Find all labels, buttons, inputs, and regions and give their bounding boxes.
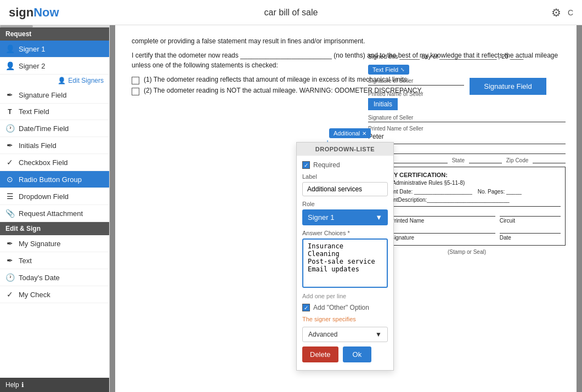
checkbox-icon: ✓ xyxy=(5,158,14,167)
no-pages-label: No. Pages: _____ xyxy=(478,189,522,195)
printed-name-value: Peter xyxy=(368,133,566,140)
content-area: complete or providing a false statement … xyxy=(110,25,582,392)
add-one-per-line-label: Add one per line xyxy=(302,293,388,299)
help-button[interactable]: Help ℹ xyxy=(0,378,109,392)
initials-field-label: Initials Field xyxy=(19,141,56,150)
zip-line xyxy=(533,163,566,163)
sidebar-item-initials-field[interactable]: ✒ Initials Field xyxy=(0,137,109,154)
signature-field-bubble[interactable]: Signature Field xyxy=(470,78,546,95)
required-checkbox[interactable]: ✓ xyxy=(302,161,310,169)
notary-date-line xyxy=(500,226,561,234)
notary-doc-row: Document Date: ___________________ No. P… xyxy=(373,189,561,195)
address-label: Address xyxy=(368,146,566,152)
address-line xyxy=(368,154,566,154)
notary-date-label: Date xyxy=(500,235,561,241)
signature-icon: ✒ xyxy=(5,90,14,99)
app-header: signNow car bill of sale ⚙ C xyxy=(0,0,582,25)
sidebar-item-signature-field[interactable]: ✒ Signature Field xyxy=(0,87,109,104)
edit-sign-section-header: Edit & Sign xyxy=(0,222,109,235)
text-field-resize-icon: ⤡ xyxy=(400,67,405,72)
attachment-icon: 📎 xyxy=(5,209,14,218)
sidebar-item-my-signature[interactable]: ✒ My Signature xyxy=(0,235,109,252)
my-check-label: My Check xyxy=(19,291,50,299)
help-info-icon: ℹ xyxy=(21,381,24,389)
sidebar-item-my-check[interactable]: ✓ My Check xyxy=(0,286,109,303)
dropdown-icon: ☰ xyxy=(5,192,14,201)
doc-desc-label: DocumentDescription:____________________… xyxy=(373,197,561,203)
text-field-label: Text Field xyxy=(372,66,398,73)
date-icon: 🕐 xyxy=(5,273,14,282)
signer-specifies-label: The signer specifies xyxy=(302,316,388,322)
text-field-row: Text Field ⤡ xyxy=(368,65,566,75)
sidebar-item-radio-group[interactable]: ⊙ Radio Button Group xyxy=(0,171,109,188)
sidebar-item-todays-date[interactable]: 🕐 Today's Date xyxy=(0,269,109,286)
sig-line2 xyxy=(368,122,566,122)
sidebar-item-text-field[interactable]: T Text Field xyxy=(0,104,109,120)
check-icon: ✓ xyxy=(5,290,14,299)
notary-subtitle: (Hawaii Administrative Rules §5-11-8) xyxy=(373,180,561,186)
sidebar-item-signer2[interactable]: 👤 Signer 2 xyxy=(0,58,109,75)
right-doc-section: Signed this ______ day of ______________… xyxy=(368,53,566,255)
my-signature-label: My Signature xyxy=(19,240,61,248)
document-page: complete or providing a false statement … xyxy=(115,25,577,392)
state-label: State xyxy=(452,157,465,163)
delete-button[interactable]: Delete xyxy=(302,346,338,362)
settings-icon[interactable]: ⚙ xyxy=(551,6,561,19)
answer-choices-textarea[interactable]: Insurance Cleaning Post-sale service Ema… xyxy=(302,238,388,288)
modal-header: DROPDOWN-LISTE xyxy=(297,143,393,156)
sidebar-item-checkbox-field[interactable]: ✓ Checkbox Field xyxy=(0,154,109,171)
text-field-label: Text Field xyxy=(19,107,49,116)
initials-bubble[interactable]: Initials xyxy=(368,98,398,110)
document-title: car bill of sale xyxy=(264,8,318,18)
notary-sig-row: Notary Signature Date xyxy=(373,224,561,241)
circuit-label: Circuit xyxy=(500,218,561,224)
sidebar-item-text[interactable]: ✒ Text xyxy=(0,252,109,269)
text-label: Text xyxy=(19,257,32,265)
user-icon[interactable]: C xyxy=(568,8,573,17)
sidebar-item-request-attachment[interactable]: 📎 Request Attachment xyxy=(0,205,109,222)
signed-this-text: Signed this ______ day of ______________… xyxy=(368,53,523,60)
checkbox1[interactable] xyxy=(132,77,139,84)
name-underline xyxy=(368,144,566,144)
ok-button[interactable]: Ok xyxy=(343,346,372,362)
logo-accent: Now xyxy=(33,5,59,19)
add-other-label: Add "Other" Option xyxy=(313,304,369,311)
additional-tag[interactable]: Additional ✕ xyxy=(329,128,371,138)
signer1-icon: 👤 xyxy=(5,44,14,53)
header-icons: ⚙ C xyxy=(551,6,573,19)
checkbox-field-label: Checkbox Field xyxy=(19,158,68,167)
sig-line1 xyxy=(368,85,464,86)
text-field-bubble[interactable]: Text Field ⤡ xyxy=(368,65,409,75)
advanced-button[interactable]: Advanced ▼ xyxy=(302,327,388,342)
close-icon[interactable]: ✕ xyxy=(362,130,366,137)
role-dropdown-button[interactable]: Signer 1 ▼ xyxy=(302,209,388,225)
signer2-icon: 👤 xyxy=(5,61,14,70)
initials-icon: ✒ xyxy=(5,141,14,150)
document-view: complete or providing a false statement … xyxy=(110,25,582,392)
add-other-row: ✓ Add "Other" Option xyxy=(302,304,388,311)
request-section-header: Request xyxy=(0,27,109,41)
text-icon: T xyxy=(5,108,14,116)
sidebar-item-signer1[interactable]: 👤 Signer 1 xyxy=(0,41,109,58)
sidebar-item-datetime-field[interactable]: 🕐 Date/Time Field xyxy=(0,120,109,137)
edit-signers-label: Edit Signers xyxy=(68,77,104,84)
notary-title: NOTARY CERTIFICATION: xyxy=(373,172,561,178)
todays-date-label: Today's Date xyxy=(19,274,60,282)
notary-grid: Notary Printed Name Circuit xyxy=(373,206,561,224)
checkbox2[interactable] xyxy=(132,88,139,95)
signer1-label: Signer 1 xyxy=(19,45,45,53)
dropdown-field-label: Dropdown Field xyxy=(19,192,69,201)
sig-of-seller-label: Signature of Seller xyxy=(368,78,464,84)
doc-text1: complete or providing a false statement … xyxy=(132,36,560,46)
chevron-down-icon: ▼ xyxy=(375,213,382,221)
edit-signers-button[interactable]: 👤 Edit Signers xyxy=(0,75,109,87)
sig-of-seller2-label: Signature of Seller xyxy=(368,115,566,121)
datetime-field-label: Date/Time Field xyxy=(19,124,69,133)
add-other-checkbox[interactable]: ✓ xyxy=(302,304,310,311)
clock-icon: 🕐 xyxy=(5,124,14,133)
text-edit-icon: ✒ xyxy=(5,256,14,265)
required-row: ✓ Required xyxy=(302,161,388,169)
sidebar-item-dropdown-field[interactable]: ☰ Dropdown Field xyxy=(0,188,109,205)
label-input[interactable] xyxy=(302,182,388,196)
advanced-label: Advanced xyxy=(308,331,337,338)
